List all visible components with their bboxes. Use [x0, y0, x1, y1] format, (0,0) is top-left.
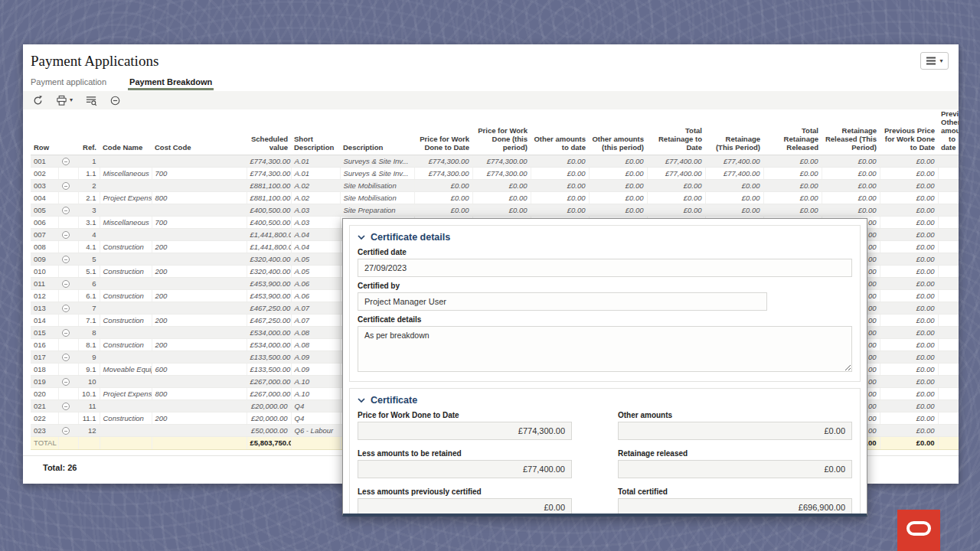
cell-amount[interactable]: £0.00 — [822, 167, 880, 179]
cell-amount[interactable]: £0.00 — [531, 167, 589, 179]
cell-code-name[interactable] — [100, 228, 152, 240]
cell-amount[interactable]: £0.00 — [822, 155, 880, 167]
cell-cost-code[interactable]: 200 — [152, 412, 247, 424]
cell-scheduled-value[interactable]: £453,900.00 — [247, 277, 291, 289]
cell-cost-code[interactable] — [152, 277, 247, 289]
cell-amount[interactable]: £774,300.00 — [414, 155, 472, 167]
cell-ref[interactable]: 2.1 — [78, 191, 100, 204]
cell-amount[interactable]: £0.00 — [822, 204, 880, 216]
cell-expand[interactable] — [58, 191, 78, 204]
collapse-group-icon[interactable] — [62, 182, 70, 190]
cell-row[interactable]: 016 — [31, 338, 58, 350]
cell-amount[interactable]: £0.00 — [705, 204, 763, 216]
cell-short-description[interactable]: A.05 — [291, 253, 340, 265]
cell-code-name[interactable]: Construction — [100, 240, 152, 253]
cell-row[interactable]: 004 — [31, 191, 58, 204]
cell-amount[interactable]: £0.00 — [880, 412, 938, 424]
cell-amount[interactable]: £0.00 — [880, 289, 938, 302]
col-header-other-amounts-period[interactable]: Other amounts (this period) — [589, 109, 647, 155]
cell-row[interactable]: 017 — [31, 350, 58, 363]
cell-cost-code[interactable] — [152, 399, 247, 412]
cell-cost-code[interactable]: 200 — [152, 314, 247, 326]
cell-amount[interactable]: £0.00 — [589, 155, 647, 167]
cell-cost-code[interactable] — [152, 204, 247, 216]
cell-ref[interactable]: 7 — [78, 302, 100, 314]
cell-cost-code[interactable] — [152, 228, 247, 240]
cell-ref[interactable]: 6.1 — [78, 289, 100, 302]
cell-scheduled-value[interactable]: £774,300.00 — [247, 167, 291, 179]
collapse-group-icon[interactable] — [62, 378, 70, 386]
cell-cost-code[interactable] — [152, 424, 247, 436]
cell-code-name[interactable]: Moveable Equipm... — [100, 363, 152, 375]
cell-cost-code[interactable] — [152, 350, 247, 363]
cell-amount[interactable]: £0.00 — [880, 424, 938, 436]
cell-description[interactable]: Site Preparation — [340, 204, 414, 216]
cell-row[interactable]: 022 — [31, 412, 58, 424]
collapse-group-icon[interactable] — [62, 354, 70, 361]
cell-code-name[interactable] — [100, 179, 152, 191]
cell-row[interactable]: 003 — [31, 179, 58, 191]
cell-expand[interactable] — [58, 399, 78, 412]
col-header-scheduled-value[interactable]: Scheduled value — [247, 109, 291, 155]
cell-amount[interactable]: £0.00 — [414, 179, 472, 191]
cell-row[interactable]: 015 — [31, 326, 58, 338]
cell-amount[interactable]: £0.00 — [531, 179, 589, 191]
cell-amount[interactable]: £0.00 — [880, 277, 938, 289]
cell-scheduled-value[interactable]: £400,500.00 — [247, 216, 291, 228]
cell-description[interactable]: Surveys & Site Inv... — [340, 167, 414, 179]
cell-expand[interactable] — [58, 387, 78, 399]
cell-short-description[interactable]: A.07 — [291, 302, 340, 314]
cell-short-description[interactable]: Q6 - Labour — [291, 424, 340, 436]
cell-ref[interactable]: 9 — [78, 350, 100, 363]
cell-cost-code[interactable]: 700 — [152, 167, 247, 179]
cell-ref[interactable]: 3.1 — [78, 216, 100, 228]
cell-ref[interactable]: 9.1 — [78, 363, 100, 375]
cell-row[interactable]: 014 — [31, 314, 58, 326]
col-header-description[interactable]: Description — [340, 109, 414, 155]
cell-ref[interactable]: 1.1 — [78, 167, 100, 179]
cell-code-name[interactable]: Construction — [100, 338, 152, 350]
cell-expand[interactable] — [58, 338, 78, 350]
cell-expand[interactable] — [58, 155, 78, 167]
table-row[interactable]: 0011£774,300.00A.01Surveys & Site Inv...… — [31, 155, 959, 167]
cell-short-description[interactable]: A.10 — [291, 387, 340, 399]
cell-cost-code[interactable] — [152, 155, 247, 167]
cell-amount[interactable]: £774,300.00 — [414, 167, 472, 179]
cell-amount[interactable]: £0.00 — [763, 204, 822, 216]
cell-ref[interactable]: 12 — [78, 424, 100, 436]
cell-row[interactable]: 023 — [31, 424, 58, 436]
cell-amount[interactable]: £0.00 — [414, 191, 472, 204]
cell-short-description[interactable]: A.02 — [291, 191, 340, 204]
cell-scheduled-value[interactable]: £320,400.00 — [247, 253, 291, 265]
cell-row[interactable]: 011 — [31, 277, 58, 289]
tab-payment-application[interactable]: Payment application — [29, 77, 108, 90]
collapse-all-button[interactable] — [109, 95, 121, 106]
cell-code-name[interactable]: Construction — [100, 314, 152, 326]
cell-row[interactable]: 005 — [31, 204, 58, 216]
tab-payment-breakdown[interactable]: Payment Breakdown — [128, 77, 214, 90]
cell-cost-code[interactable] — [152, 302, 247, 314]
cell-amount[interactable]: £0.00 — [880, 326, 938, 338]
cell-ref[interactable]: 10.1 — [78, 387, 100, 399]
window-menu-button[interactable]: ▾ — [920, 52, 949, 70]
cell-cost-code[interactable]: 200 — [152, 338, 247, 350]
cell-scheduled-value[interactable]: £467,250.00 — [247, 302, 291, 314]
cell-amount[interactable]: £0.00 — [880, 338, 938, 350]
cell-scheduled-value[interactable]: £320,400.00 — [247, 265, 291, 277]
cell-scheduled-value[interactable]: £467,250.00 — [247, 314, 291, 326]
cell-amount[interactable]: £0.00 — [880, 179, 938, 191]
cell-amount[interactable]: £0.00 — [705, 179, 763, 191]
cell-amount[interactable]: £0.00 — [880, 155, 938, 167]
col-header-price-work-done-to-date[interactable]: Price for Work Done to Date — [414, 109, 472, 155]
table-row[interactable]: 0032£881,100.00A.02Site Mobilisation£0.0… — [31, 179, 959, 191]
cell-amount[interactable]: £77,400.00 — [647, 167, 705, 179]
col-header-short-description[interactable]: Short Description — [291, 109, 340, 155]
cell-code-name[interactable]: Project Expenses — [100, 387, 152, 399]
cell-amount[interactable]: £0.00 — [822, 179, 880, 191]
col-header-retainage-period[interactable]: Retainage (This Period) — [705, 109, 763, 155]
cell-ref[interactable]: 5 — [78, 253, 100, 265]
cell-amount[interactable]: £77,400.00 — [647, 155, 705, 167]
cell-short-description[interactable]: A.03 — [291, 204, 340, 216]
collapse-group-icon[interactable] — [62, 403, 70, 410]
retainage-released-field[interactable] — [618, 460, 852, 478]
